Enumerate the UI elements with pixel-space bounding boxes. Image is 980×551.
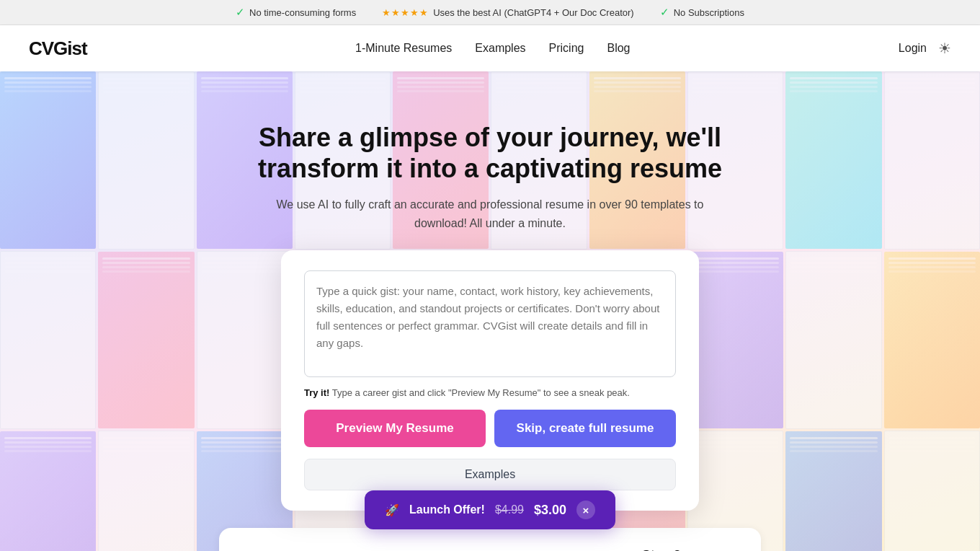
main-card: Try it! Type a career gist and click "Pr… xyxy=(281,250,699,511)
try-hint-text: Type a career gist and click "Preview My… xyxy=(332,387,630,398)
steps-bar: ✍️ Step 1 Write a brief gist ↷ 🤖 Step 2 … xyxy=(219,528,761,551)
logo[interactable]: CVGist xyxy=(29,38,87,60)
step-3-title: Step 3 xyxy=(642,548,726,551)
banner-item-subscriptions: ✓ No Subscriptions xyxy=(660,6,744,19)
banner-item-ai: ★★★★★ Uses the best AI (ChatGPT4 + Our D… xyxy=(382,7,634,18)
banner-item-forms: ✓ No time-consuming forms xyxy=(236,6,356,19)
hero-content: Share a glimpse of your journey, we'll t… xyxy=(238,100,742,250)
step-3: 📄 Step 3 Download resumes xyxy=(593,548,726,551)
step-3-text: Step 3 Download resumes xyxy=(642,548,726,551)
launch-emoji: 🚀 xyxy=(385,503,399,517)
step-2-icon: 🤖 xyxy=(427,548,467,551)
examples-button[interactable]: Examples xyxy=(304,459,676,490)
nav-pricing[interactable]: Pricing xyxy=(549,42,584,55)
nav-examples[interactable]: Examples xyxy=(475,42,525,55)
step-3-icon: 📄 xyxy=(593,548,631,551)
step-1: ✍️ Step 1 Write a brief gist xyxy=(254,548,387,551)
theme-toggle-button[interactable]: ☀ xyxy=(938,40,951,57)
top-banner: ✓ No time-consuming forms ★★★★★ Uses the… xyxy=(0,0,980,25)
check-icon-subscriptions: ✓ xyxy=(660,6,669,19)
launch-close-button[interactable]: × xyxy=(576,501,595,519)
check-icon-forms: ✓ xyxy=(236,6,245,19)
launch-new-price: $3.00 xyxy=(534,503,566,518)
banner-text-ai: Uses the best AI (ChatGPT4 + Our Doc Cre… xyxy=(433,7,634,18)
launch-offer-banner: 🚀 Launch Offer! $4.99 $3.00 × xyxy=(365,490,615,529)
try-hint: Try it! Type a career gist and click "Pr… xyxy=(304,387,676,398)
step-1-icon: ✍️ xyxy=(256,548,296,551)
nav-1min-resumes[interactable]: 1-Minute Resumes xyxy=(355,42,452,55)
hero-subtitle: We use AI to fully craft an accurate and… xyxy=(252,195,728,232)
try-hint-label: Try it! xyxy=(304,387,329,398)
banner-text-subscriptions: No Subscriptions xyxy=(674,7,744,18)
login-link[interactable]: Login xyxy=(899,42,927,55)
preview-resume-button[interactable]: Preview My Resume xyxy=(304,410,486,447)
star-rating: ★★★★★ xyxy=(382,7,429,18)
nav-blog[interactable]: Blog xyxy=(607,42,630,55)
main-nav: 1-Minute Resumes Examples Pricing Blog xyxy=(355,42,630,55)
banner-text-forms: No time-consuming forms xyxy=(249,7,356,18)
step-2: 🤖 Step 2 AI goes to work xyxy=(423,548,556,551)
header-right: Login ☀ xyxy=(899,40,951,57)
action-buttons: Preview My Resume Skip, create full resu… xyxy=(304,410,676,447)
skip-create-button[interactable]: Skip, create full resume xyxy=(494,410,676,447)
hero-wrapper: Share a glimpse of your journey, we'll t… xyxy=(0,71,980,551)
header: CVGist 1-Minute Resumes Examples Pricing… xyxy=(0,25,980,71)
hero-title: Share a glimpse of your journey, we'll t… xyxy=(252,122,728,184)
hero-inner: Share a glimpse of your journey, we'll t… xyxy=(0,71,980,551)
gist-textarea[interactable] xyxy=(304,270,676,377)
launch-old-price: $4.99 xyxy=(495,503,524,516)
launch-label: Launch Offer! xyxy=(409,503,485,516)
